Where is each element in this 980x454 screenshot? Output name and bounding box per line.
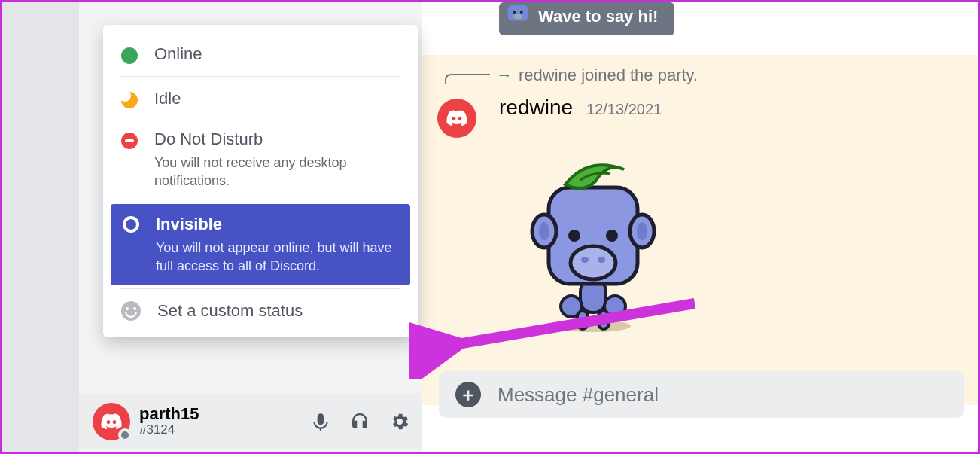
status-option-invisible[interactable]: Invisible You will not appear online, bu… <box>111 204 410 286</box>
separator <box>120 76 401 77</box>
svg-point-2 <box>520 11 523 14</box>
status-sublabel: You will not receive any desktop notific… <box>154 154 400 190</box>
separator <box>120 288 401 289</box>
reply-line <box>445 74 490 84</box>
settings-icon[interactable] <box>389 411 410 432</box>
message-header: redwine 12/13/2021 <box>499 96 662 120</box>
idle-icon <box>121 92 138 108</box>
message-avatar[interactable] <box>437 99 476 138</box>
discord-logo-icon <box>446 110 467 126</box>
user-panel: parth15 #3124 <box>79 393 422 449</box>
message-timestamp: 12/13/2021 <box>586 101 662 118</box>
invisible-icon <box>123 216 139 233</box>
status-option-online[interactable]: Online <box>106 34 415 75</box>
wumpus-sticker <box>528 151 659 335</box>
svg-point-15 <box>568 230 580 242</box>
svg-point-4 <box>555 320 631 332</box>
emoji-icon <box>121 301 141 321</box>
wave-label: Wave to say hi! <box>538 7 658 26</box>
wumpus-mini-icon <box>504 0 532 26</box>
status-option-idle[interactable]: Idle <box>106 78 415 119</box>
svg-point-19 <box>598 257 605 263</box>
server-gutter <box>2 2 79 452</box>
svg-rect-8 <box>577 311 588 329</box>
svg-point-17 <box>571 246 616 279</box>
svg-point-12 <box>539 222 549 240</box>
status-label: Idle <box>154 89 181 108</box>
status-label: Invisible <box>156 215 398 234</box>
message-input-placeholder: Message #general <box>498 383 659 407</box>
mute-icon[interactable] <box>311 412 330 431</box>
online-icon <box>121 47 138 64</box>
status-label: Do Not Disturb <box>154 129 400 149</box>
message-input[interactable]: ＋ Message #general <box>439 371 964 418</box>
join-arrow-icon: → <box>496 66 513 85</box>
user-name: parth15 <box>139 405 199 423</box>
status-option-dnd[interactable]: Do Not Disturb You will not receive any … <box>106 119 415 201</box>
svg-point-1 <box>513 11 516 14</box>
discord-logo-icon <box>101 413 122 430</box>
system-join-text: redwine joined the party. <box>519 66 698 85</box>
svg-rect-9 <box>598 311 609 329</box>
status-label: Online <box>154 44 202 64</box>
message-author[interactable]: redwine <box>499 96 573 120</box>
svg-point-18 <box>581 257 589 263</box>
user-discriminator: #3124 <box>139 423 199 437</box>
attach-button[interactable]: ＋ <box>455 382 481 407</box>
system-join-message: → redwine joined the party. <box>445 66 698 85</box>
user-status-indicator <box>118 428 132 442</box>
wave-to-say-hi-button[interactable]: Wave to say hi! <box>499 2 674 35</box>
status-sublabel: You will not appear online, but will hav… <box>156 239 398 276</box>
status-label: Set a custom status <box>157 301 303 321</box>
svg-point-3 <box>513 14 522 20</box>
svg-point-14 <box>637 222 647 240</box>
status-popover: Online Idle Do Not Disturb You will not … <box>103 25 418 337</box>
dnd-icon <box>121 133 138 149</box>
user-avatar[interactable] <box>93 403 130 440</box>
set-custom-status[interactable]: Set a custom status <box>106 291 415 331</box>
svg-point-16 <box>606 230 618 242</box>
deafen-icon[interactable] <box>348 410 371 433</box>
